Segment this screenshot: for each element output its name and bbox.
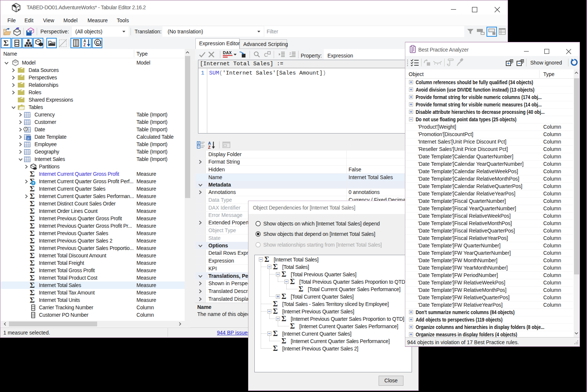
svg-text:Z: Z	[208, 145, 211, 149]
svg-text:fx: fx	[27, 137, 30, 140]
svg-text:A: A	[83, 39, 86, 43]
svg-text:C: C	[96, 40, 99, 45]
svg-text:2: 2	[289, 52, 291, 55]
svg-text:Z: Z	[83, 43, 86, 47]
